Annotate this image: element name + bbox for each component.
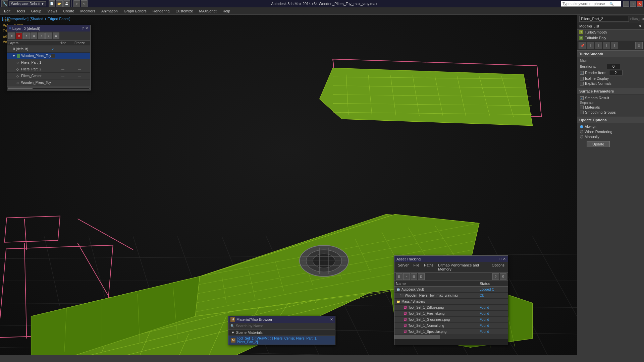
update-options-header[interactable]: Update Options <box>577 117 644 123</box>
at-row-max[interactable]: ⬛ Wooden_Pliers_Toy_max_vray.max Ok <box>394 293 508 299</box>
maximize-btn[interactable]: □ <box>630 1 636 7</box>
iterations-field[interactable] <box>608 64 619 68</box>
smoothing-groups-cb[interactable] <box>580 111 584 114</box>
layer-tool-move2[interactable]: ↓ <box>45 33 52 39</box>
render-iters-input[interactable] <box>609 70 623 75</box>
layer-row-part2[interactable]: ◇ Pliers_Part_2 — — <box>7 66 90 73</box>
search-input[interactable] <box>562 2 609 6</box>
explicit-normals-cb[interactable] <box>580 82 584 85</box>
workspace-dropdown[interactable]: Workspace: Default ▼ <box>9 1 46 6</box>
at-menu-server[interactable]: Server <box>396 263 411 272</box>
undo-btn[interactable]: ↩ <box>73 0 80 7</box>
asset-tracking-close-btn[interactable]: ✕ <box>503 257 506 261</box>
menu-tools[interactable]: Tools <box>14 8 28 14</box>
rp-settings-btn[interactable]: ⚙ <box>635 42 643 49</box>
rp-nav4-btn[interactable]: | <box>611 42 618 49</box>
at-row-gloss[interactable]: 🖼 Tool_Set_1_Glossiness.png Found <box>394 317 508 323</box>
menu-group[interactable]: Group <box>29 8 44 14</box>
layer-tool-add[interactable]: + <box>23 33 30 39</box>
at-menu-options[interactable]: Options <box>490 263 506 272</box>
minimize-btn[interactable]: − <box>623 1 629 7</box>
rp-nav2-btn[interactable]: | <box>595 42 602 49</box>
layer-row-part1[interactable]: ◇ Pliers_Part_1 — — <box>7 59 90 66</box>
redo-btn[interactable]: ↪ <box>81 0 88 7</box>
object-name-input[interactable] <box>579 16 629 22</box>
manually-rb[interactable] <box>580 135 583 138</box>
layer-close-btn[interactable]: ✕ <box>85 26 88 31</box>
menu-modifiers[interactable]: Modifiers <box>77 8 98 14</box>
layer-help-btn[interactable]: ? <box>82 26 84 31</box>
turbosmooth-section-header[interactable]: TurboSmooth <box>577 51 644 57</box>
at-row-maps[interactable]: 📁 Maps / Shaders <box>394 299 508 305</box>
modifier-entry-editable-poly[interactable]: E Editable Poly <box>577 35 644 41</box>
surface-params-section-header[interactable]: Surface Parameters <box>577 88 644 95</box>
at-scrollbar-h[interactable] <box>394 335 508 339</box>
at-tool-3[interactable]: ⊟ <box>411 273 417 280</box>
menu-views[interactable]: Views <box>45 8 60 14</box>
modifier-list-dropdown-icon[interactable]: ▼ <box>638 24 642 28</box>
at-tool-4[interactable]: ⊡ <box>418 273 425 280</box>
material-search-bar[interactable]: 🔍 <box>228 323 335 329</box>
isoline-cb[interactable] <box>580 77 584 80</box>
layer-row-0[interactable]: ☰ 0 (default) ✓ <box>7 46 90 53</box>
at-row-diffuse[interactable]: 🖼 Tool_Set_1_Diffuse.png Found <box>394 305 508 311</box>
new-btn[interactable]: 📄 <box>49 0 55 7</box>
layer-panel-titlebar[interactable]: ≡ Layer: 0 (default) ? ✕ <box>7 25 90 32</box>
material-browser-titlebar[interactable]: M Material/Map Browser ✕ <box>228 316 335 323</box>
menu-edit[interactable]: Edit <box>1 8 13 14</box>
at-input-bar[interactable] <box>394 339 508 345</box>
layer-tool-settings[interactable]: ⚙ <box>53 33 59 39</box>
at-tool-1[interactable]: ⊞ <box>396 273 402 280</box>
render-iters-field[interactable] <box>611 71 621 75</box>
asset-tracking-titlebar[interactable]: Asset Tracking − □ ✕ <box>394 256 508 262</box>
modifier-entry-turbosmooth[interactable]: T TurboSmooth <box>577 29 644 35</box>
rp-pin-btn[interactable]: 📌 <box>579 42 586 49</box>
viewport[interactable]: X Y Z [+] [Perspective] [Shaded + Edged … <box>0 15 577 355</box>
menu-help[interactable]: Help <box>220 8 233 14</box>
update-button[interactable]: Update <box>587 141 610 147</box>
menu-rendering[interactable]: Rendering <box>150 8 172 14</box>
material-search-input[interactable] <box>236 324 333 328</box>
menu-maxscript[interactable]: MAXScript <box>197 8 219 14</box>
open-btn[interactable]: 📂 <box>56 0 63 7</box>
material-section-header[interactable]: ▼ Scene Materials <box>228 329 335 336</box>
layer-row-wooden2[interactable]: ◇ Wooden_Pliers_Toy — — <box>7 79 90 86</box>
save-btn[interactable]: 💾 <box>63 0 70 7</box>
at-menu-paths[interactable]: Paths <box>422 263 435 272</box>
always-rb[interactable] <box>580 125 583 128</box>
layer-row-center[interactable]: ◇ Pliers_Center — — <box>7 73 90 79</box>
at-menu-bitmap[interactable]: Bitmap Performance and Memory <box>436 263 489 272</box>
at-row-specular[interactable]: 🖼 Tool_Set_1_Specular.png Found <box>394 329 508 335</box>
close-btn[interactable]: ✕ <box>637 1 643 7</box>
layer-scrollbar-thumb[interactable] <box>8 88 33 89</box>
at-tool-help[interactable]: ? <box>492 273 499 280</box>
layer-scrollbar-track[interactable] <box>8 87 90 89</box>
when-rendering-rb[interactable] <box>580 130 583 133</box>
asset-tracking-max-btn[interactable]: □ <box>499 257 501 261</box>
at-row-vault[interactable]: 🏦 Autodesk Vault Logged C <box>394 287 508 293</box>
layer-tool-list[interactable]: ≡ <box>8 33 15 39</box>
at-row-fresnel[interactable]: 🖼 Tool_Set_1_Fresnel.png Found <box>394 311 508 317</box>
layer-tool-delete[interactable]: ✕ <box>16 33 22 39</box>
at-tool-settings[interactable]: ⚙ <box>500 273 506 280</box>
menu-customize[interactable]: Customize <box>173 8 196 14</box>
material-browser-close-btn[interactable]: ✕ <box>330 317 333 322</box>
search-bar[interactable]: 🔍 <box>561 1 621 7</box>
menu-animation[interactable]: Animation <box>99 8 120 14</box>
layer-row-wooden[interactable]: ▼ Wooden_Pliers_Toy — — <box>7 53 90 59</box>
material-item-1[interactable]: M Tool_Set_1 ( VRayMtl ) [ Pliers_Center… <box>228 336 335 345</box>
menu-graph-editors[interactable]: Graph Editors <box>121 8 149 14</box>
at-filter-input[interactable] <box>394 339 508 345</box>
layer-tool-select[interactable]: ◈ <box>31 33 37 39</box>
layer-tool-move[interactable]: ↑ <box>38 33 45 39</box>
render-iters-cb[interactable] <box>580 71 584 75</box>
at-tool-2[interactable]: ≡ <box>403 273 410 280</box>
smooth-result-cb[interactable] <box>580 96 584 100</box>
materials-cb[interactable] <box>580 106 584 109</box>
rp-nav3-btn[interactable]: | <box>603 42 610 49</box>
search-icon[interactable]: 🔍 <box>609 2 613 6</box>
asset-tracking-min-btn[interactable]: − <box>496 257 498 261</box>
iterations-input[interactable] <box>607 64 620 69</box>
layer-scrollbar[interactable] <box>7 86 90 90</box>
at-menu-file[interactable]: File <box>411 263 421 272</box>
